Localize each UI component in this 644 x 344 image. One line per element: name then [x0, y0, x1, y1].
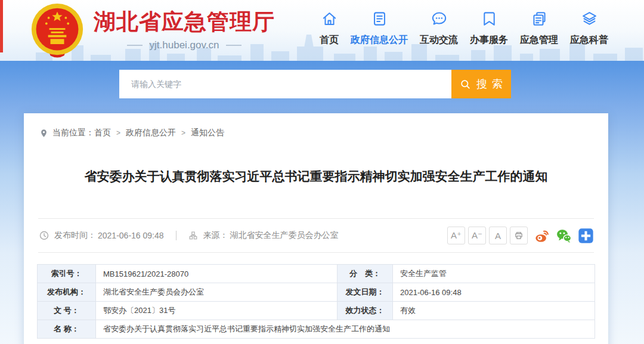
breadcrumb-home[interactable]: 首页 — [94, 128, 111, 138]
table-row: 发布机构： 湖北省安全生产委员会办公室 发文日期： 2021-06-16 09:… — [38, 283, 595, 302]
site-url-text: yjt.hubei.gov.cn — [150, 39, 219, 51]
table-value-cell: 湖北省安全生产委员会办公室 — [96, 283, 338, 302]
chat-bubble-icon — [431, 10, 448, 27]
breadcrumb-notices[interactable]: 通知公告 — [191, 128, 224, 138]
meta-divider — [176, 231, 177, 240]
brand-text: 湖北省应急管理厅 yjt.hubei.gov.cn — [94, 10, 275, 51]
table-label-cell: 发布机构： — [38, 283, 96, 302]
article-toolbar: A⁺ A⁻ A — [444, 227, 594, 244]
content-card: 当前位置： 首页 > 政府信息公开 > 通知公告 省安委办关于认真贯彻落实习近平… — [24, 113, 608, 344]
wechat-icon[interactable] — [556, 228, 572, 244]
site-url: yjt.hubei.gov.cn — [94, 39, 275, 51]
table-value-cell: 鄂安办〔2021〕31号 — [96, 302, 338, 320]
site-brand[interactable]: 湖北省应急管理厅 yjt.hubei.gov.cn — [30, 3, 275, 58]
nav-item-services[interactable]: 办事服务 — [467, 10, 510, 47]
table-label-cell: 效力状态： — [338, 302, 393, 320]
location-pin-icon — [39, 129, 48, 138]
bookmark-icon — [481, 10, 498, 27]
font-larger-button[interactable]: A⁺ — [447, 227, 465, 244]
nav-item-emergency-mgmt[interactable]: 应急管理 — [518, 10, 561, 47]
search-bar: 搜索 — [119, 70, 511, 98]
layers-icon — [581, 10, 598, 27]
breadcrumb-gov-info[interactable]: 政府信息公开 — [126, 128, 176, 138]
pages-copy-icon — [531, 10, 548, 27]
clock-icon — [39, 231, 49, 240]
url-dash-right — [226, 45, 242, 46]
nav-label: 首页 — [320, 34, 339, 47]
share-more-icon[interactable] — [578, 228, 594, 244]
article-meta-bar: 发布时间：2021-06-16 09:48 来源：湖北省安全生产委员会办公室 A… — [38, 218, 594, 253]
breadcrumb-separator: > — [181, 129, 185, 137]
magnifier-icon — [460, 79, 471, 90]
search-button-label: 搜索 — [476, 77, 507, 91]
hero-band: 搜索 当前位置： 首页 > 政府信息公开 > 通知公告 省安委办关于认真贯彻落实… — [0, 61, 644, 344]
national-emblem-logo — [30, 3, 85, 58]
breadcrumb-separator: > — [116, 129, 120, 137]
main-nav: 首页 政府信息公开 互动交流 办事服务 — [317, 10, 611, 47]
font-reset-button[interactable]: A — [489, 227, 507, 244]
table-value-cell: MB1519621/2021-28070 — [96, 265, 338, 283]
publish-time-label: 发布时间： — [54, 230, 96, 241]
gov-info-doc-icon — [371, 10, 388, 27]
nav-item-interaction[interactable]: 互动交流 — [417, 10, 460, 47]
nav-item-home[interactable]: 首页 — [317, 10, 341, 47]
table-value-cell: 2021-06-16 09:48 — [393, 283, 595, 302]
site-header: 湖北省应急管理厅 yjt.hubei.gov.cn 首页 政府信息公开 — [0, 0, 644, 61]
table-label-cell: 文 号： — [38, 302, 96, 320]
home-icon — [321, 10, 338, 27]
table-value-cell: 有效 — [393, 302, 595, 320]
print-button[interactable] — [510, 227, 528, 244]
table-row: 索引号： MB1519621/2021-28070 分 类： 安全生产监管 — [38, 265, 595, 283]
nav-label: 办事服务 — [470, 34, 508, 47]
table-value-cell: 安全生产监管 — [393, 265, 595, 283]
breadcrumb-label: 当前位置： — [52, 128, 94, 138]
font-smaller-button[interactable]: A⁻ — [468, 227, 486, 244]
table-label-cell: 索引号： — [38, 265, 96, 283]
source-value: 湖北省安全生产委员会办公室 — [230, 230, 339, 241]
nav-item-gov-info[interactable]: 政府信息公开 — [348, 10, 410, 47]
search-input[interactable] — [119, 70, 451, 98]
url-dash-left — [127, 45, 143, 46]
breadcrumb: 当前位置： 首页 > 政府信息公开 > 通知公告 — [39, 128, 608, 138]
table-label-cell: 名 称： — [38, 320, 96, 339]
search-button[interactable]: 搜索 — [451, 70, 511, 98]
source-label: 来源： — [203, 230, 228, 241]
nav-label: 应急科普 — [570, 34, 608, 47]
publish-time-value: 2021-06-16 09:48 — [98, 231, 164, 240]
article-title: 省安委办关于认真贯彻落实习近平总书记重要指示精神切实加强安全生产工作的通知 — [24, 168, 608, 185]
table-row: 名 称： 省安委办关于认真贯彻落实习近平总书记重要指示精神切实加强安全生产工作的… — [38, 320, 595, 339]
nav-item-emergency-science[interactable]: 应急科普 — [568, 10, 611, 47]
nav-label: 互动交流 — [420, 34, 458, 47]
nav-label: 应急管理 — [520, 34, 558, 47]
printer-icon — [514, 231, 524, 240]
weibo-icon[interactable] — [534, 228, 550, 244]
table-label-cell: 分 类： — [338, 265, 393, 283]
table-row: 文 号： 鄂安办〔2021〕31号 效力状态： 有效 — [38, 302, 595, 320]
source-sitemap-icon — [188, 231, 198, 240]
table-label-cell: 发文日期： — [338, 283, 393, 302]
site-title: 湖北省应急管理厅 — [94, 10, 275, 35]
table-value-cell: 省安委办关于认真贯彻落实习近平总书记重要指示精神切实加强安全生产工作的通知 — [96, 320, 595, 339]
page: 湖北省应急管理厅 yjt.hubei.gov.cn 首页 政府信息公开 — [0, 0, 644, 344]
nav-label: 政府信息公开 — [351, 34, 408, 47]
left-edge-red-strip — [0, 0, 3, 52]
document-info-table: 索引号： MB1519621/2021-28070 分 类： 安全生产监管 发布… — [37, 264, 595, 339]
article-meta-info: 发布时间：2021-06-16 09:48 来源：湖北省安全生产委员会办公室 — [39, 230, 339, 241]
